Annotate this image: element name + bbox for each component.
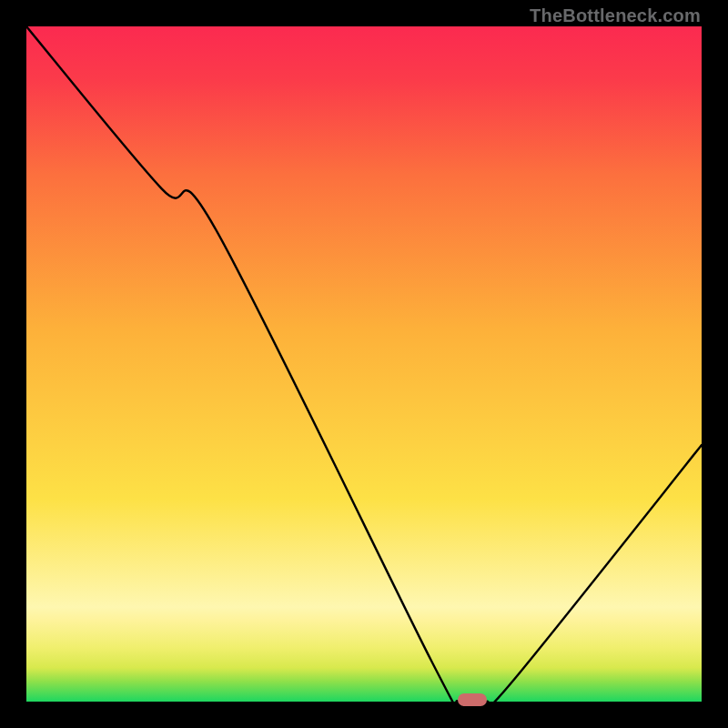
optimal-marker [458, 693, 487, 706]
plot-area [26, 26, 702, 702]
chart-frame: TheBottleneck.com [0, 0, 728, 728]
bottleneck-curve [26, 26, 702, 702]
watermark-text: TheBottleneck.com [530, 5, 701, 26]
